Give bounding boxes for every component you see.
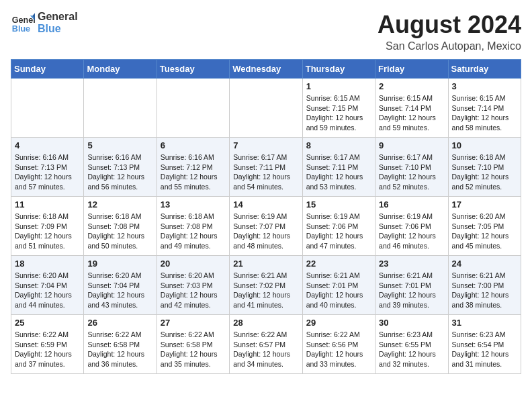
logo-icon: General Blue [11, 11, 35, 35]
logo-blue: Blue [38, 23, 78, 35]
weekday-header-wednesday: Wednesday [230, 60, 302, 79]
day-info: Sunrise: 6:21 AM Sunset: 7:01 PM Dayligh… [379, 271, 444, 310]
week-row-3: 11Sunrise: 6:18 AM Sunset: 7:09 PM Dayli… [11, 197, 521, 256]
day-number: 14 [233, 199, 298, 210]
week-row-4: 18Sunrise: 6:20 AM Sunset: 7:04 PM Dayli… [11, 256, 521, 315]
calendar-cell: 14Sunrise: 6:19 AM Sunset: 7:07 PM Dayli… [230, 197, 302, 256]
day-number: 18 [15, 259, 80, 269]
calendar-cell: 24Sunrise: 6:21 AM Sunset: 7:00 PM Dayli… [448, 256, 521, 315]
day-number: 11 [15, 199, 80, 210]
page-header: General Blue General Blue August 2024 Sa… [11, 11, 521, 52]
day-info: Sunrise: 6:22 AM Sunset: 6:58 PM Dayligh… [87, 330, 152, 369]
day-info: Sunrise: 6:21 AM Sunset: 7:01 PM Dayligh… [306, 271, 371, 310]
day-info: Sunrise: 6:16 AM Sunset: 7:13 PM Dayligh… [15, 152, 80, 192]
calendar-cell: 29Sunrise: 6:22 AM Sunset: 6:56 PM Dayli… [302, 315, 375, 374]
weekday-header-friday: Friday [375, 60, 448, 79]
day-info: Sunrise: 6:17 AM Sunset: 7:11 PM Dayligh… [233, 152, 298, 192]
calendar-cell [230, 79, 302, 138]
day-info: Sunrise: 6:19 AM Sunset: 7:07 PM Dayligh… [233, 212, 298, 251]
calendar-cell: 30Sunrise: 6:23 AM Sunset: 6:55 PM Dayli… [375, 315, 448, 374]
week-row-2: 4Sunrise: 6:16 AM Sunset: 7:13 PM Daylig… [11, 138, 521, 197]
calendar-cell: 13Sunrise: 6:18 AM Sunset: 7:08 PM Dayli… [157, 197, 229, 256]
day-info: Sunrise: 6:20 AM Sunset: 7:03 PM Dayligh… [161, 271, 226, 310]
location: San Carlos Autopan, Mexico [378, 40, 521, 52]
day-number: 4 [15, 140, 80, 150]
weekday-header-monday: Monday [84, 60, 157, 79]
calendar-cell: 12Sunrise: 6:18 AM Sunset: 7:08 PM Dayli… [84, 197, 157, 256]
calendar-table: SundayMondayTuesdayWednesdayThursdayFrid… [11, 59, 521, 374]
calendar-cell: 10Sunrise: 6:18 AM Sunset: 7:10 PM Dayli… [448, 138, 521, 197]
day-number: 3 [452, 81, 517, 91]
calendar-cell: 16Sunrise: 6:19 AM Sunset: 7:06 PM Dayli… [375, 197, 448, 256]
weekday-header-saturday: Saturday [448, 60, 521, 79]
calendar-cell: 21Sunrise: 6:21 AM Sunset: 7:02 PM Dayli… [230, 256, 302, 315]
day-info: Sunrise: 6:18 AM Sunset: 7:08 PM Dayligh… [87, 212, 152, 251]
week-row-1: 1Sunrise: 6:15 AM Sunset: 7:15 PM Daylig… [11, 79, 521, 138]
day-info: Sunrise: 6:18 AM Sunset: 7:10 PM Dayligh… [452, 152, 517, 192]
day-number: 15 [306, 199, 371, 210]
calendar-cell: 15Sunrise: 6:19 AM Sunset: 7:06 PM Dayli… [302, 197, 375, 256]
calendar-cell: 11Sunrise: 6:18 AM Sunset: 7:09 PM Dayli… [11, 197, 84, 256]
calendar-cell: 18Sunrise: 6:20 AM Sunset: 7:04 PM Dayli… [11, 256, 84, 315]
calendar-cell: 28Sunrise: 6:22 AM Sunset: 6:57 PM Dayli… [230, 315, 302, 374]
title-block: August 2024 San Carlos Autopan, Mexico [378, 11, 521, 52]
day-info: Sunrise: 6:15 AM Sunset: 7:14 PM Dayligh… [452, 93, 517, 133]
day-number: 16 [379, 199, 444, 210]
day-number: 20 [161, 259, 226, 269]
day-number: 29 [306, 318, 371, 328]
month-year: August 2024 [378, 11, 521, 39]
day-number: 27 [161, 318, 226, 328]
calendar-cell: 5Sunrise: 6:16 AM Sunset: 7:13 PM Daylig… [84, 138, 157, 197]
calendar-cell [11, 79, 84, 138]
day-number: 21 [233, 259, 298, 269]
weekday-header-tuesday: Tuesday [157, 60, 229, 79]
day-info: Sunrise: 6:22 AM Sunset: 6:58 PM Dayligh… [161, 330, 226, 369]
day-number: 31 [452, 318, 517, 328]
calendar-cell: 19Sunrise: 6:20 AM Sunset: 7:04 PM Dayli… [84, 256, 157, 315]
day-info: Sunrise: 6:19 AM Sunset: 7:06 PM Dayligh… [306, 212, 371, 251]
day-info: Sunrise: 6:22 AM Sunset: 6:59 PM Dayligh… [15, 330, 80, 369]
calendar-cell: 17Sunrise: 6:20 AM Sunset: 7:05 PM Dayli… [448, 197, 521, 256]
day-number: 17 [452, 199, 517, 210]
weekday-header-thursday: Thursday [302, 60, 375, 79]
day-number: 22 [306, 259, 371, 269]
calendar-cell: 31Sunrise: 6:23 AM Sunset: 6:54 PM Dayli… [448, 315, 521, 374]
day-info: Sunrise: 6:23 AM Sunset: 6:55 PM Dayligh… [379, 330, 444, 369]
day-number: 5 [87, 140, 152, 150]
calendar-cell: 4Sunrise: 6:16 AM Sunset: 7:13 PM Daylig… [11, 138, 84, 197]
day-number: 10 [452, 140, 517, 150]
day-number: 12 [87, 199, 152, 210]
day-number: 2 [379, 81, 444, 91]
day-info: Sunrise: 6:18 AM Sunset: 7:09 PM Dayligh… [15, 212, 80, 251]
calendar-cell [157, 79, 229, 138]
day-number: 30 [379, 318, 444, 328]
day-number: 13 [161, 199, 226, 210]
day-info: Sunrise: 6:20 AM Sunset: 7:04 PM Dayligh… [15, 271, 80, 310]
day-info: Sunrise: 6:18 AM Sunset: 7:08 PM Dayligh… [161, 212, 226, 251]
calendar-cell: 23Sunrise: 6:21 AM Sunset: 7:01 PM Dayli… [375, 256, 448, 315]
weekday-header-sunday: Sunday [11, 60, 84, 79]
day-info: Sunrise: 6:20 AM Sunset: 7:05 PM Dayligh… [452, 212, 517, 251]
day-info: Sunrise: 6:16 AM Sunset: 7:13 PM Dayligh… [87, 152, 152, 192]
calendar-cell: 20Sunrise: 6:20 AM Sunset: 7:03 PM Dayli… [157, 256, 229, 315]
calendar-cell: 2Sunrise: 6:15 AM Sunset: 7:14 PM Daylig… [375, 79, 448, 138]
day-number: 9 [379, 140, 444, 150]
day-info: Sunrise: 6:22 AM Sunset: 6:57 PM Dayligh… [233, 330, 298, 369]
day-number: 6 [161, 140, 226, 150]
day-info: Sunrise: 6:21 AM Sunset: 7:02 PM Dayligh… [233, 271, 298, 310]
day-info: Sunrise: 6:16 AM Sunset: 7:12 PM Dayligh… [161, 152, 226, 192]
day-info: Sunrise: 6:17 AM Sunset: 7:11 PM Dayligh… [306, 152, 371, 192]
day-number: 19 [87, 259, 152, 269]
logo-general: General [38, 11, 78, 23]
day-number: 25 [15, 318, 80, 328]
day-info: Sunrise: 6:23 AM Sunset: 6:54 PM Dayligh… [452, 330, 517, 369]
calendar-cell: 9Sunrise: 6:17 AM Sunset: 7:10 PM Daylig… [375, 138, 448, 197]
calendar-cell [84, 79, 157, 138]
weekday-header-row: SundayMondayTuesdayWednesdayThursdayFrid… [11, 60, 521, 79]
calendar-cell: 25Sunrise: 6:22 AM Sunset: 6:59 PM Dayli… [11, 315, 84, 374]
calendar-cell: 6Sunrise: 6:16 AM Sunset: 7:12 PM Daylig… [157, 138, 229, 197]
day-number: 8 [306, 140, 371, 150]
day-info: Sunrise: 6:20 AM Sunset: 7:04 PM Dayligh… [87, 271, 152, 310]
day-info: Sunrise: 6:21 AM Sunset: 7:00 PM Dayligh… [452, 271, 517, 310]
week-row-5: 25Sunrise: 6:22 AM Sunset: 6:59 PM Dayli… [11, 315, 521, 374]
